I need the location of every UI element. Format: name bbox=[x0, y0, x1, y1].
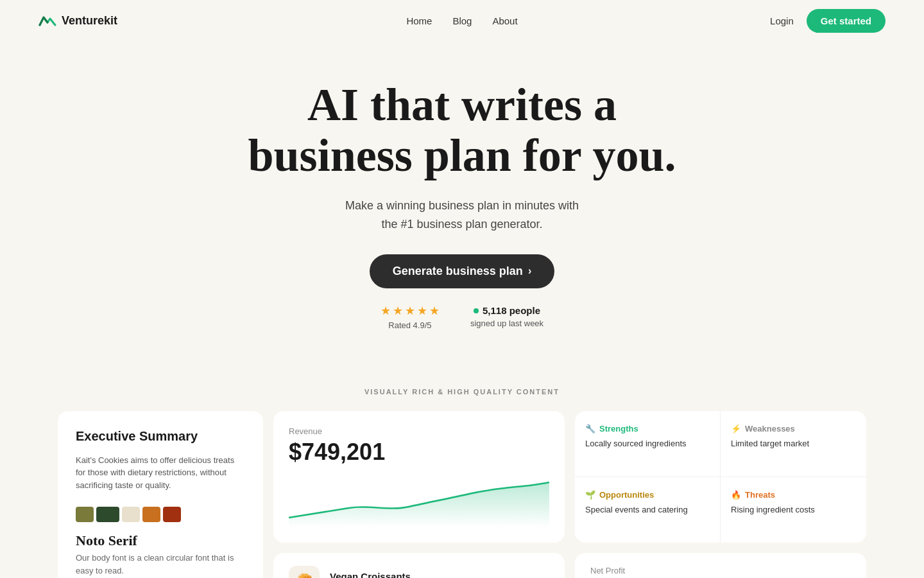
nav-links: Home Blog About bbox=[406, 15, 517, 26]
swatch-5 bbox=[163, 507, 181, 522]
rating-label: Rated 4.9/5 bbox=[388, 320, 431, 330]
revenue-amount: $749,201 bbox=[289, 439, 549, 466]
product-icon: 🥐 bbox=[296, 573, 313, 578]
signups-count: 5,118 people bbox=[483, 305, 540, 316]
swot-opportunities: 🌱 Opportunities Special events and cater… bbox=[575, 477, 721, 543]
threats-label: Threats bbox=[745, 490, 775, 500]
headline-line1: AI that writes a bbox=[307, 79, 617, 130]
nav-blog[interactable]: Blog bbox=[452, 15, 472, 26]
swot-strengths: 🔧 Strengths Locally sourced ingredients bbox=[575, 411, 721, 477]
logo-icon bbox=[38, 13, 56, 28]
generate-arrow: › bbox=[528, 265, 531, 277]
swot-threats: 🔥 Threats Rising ingredient costs bbox=[721, 477, 866, 543]
logo[interactable]: Venturekit bbox=[38, 13, 117, 28]
star-2: ★ bbox=[393, 304, 403, 318]
opportunities-title: 🌱 Opportunities bbox=[585, 490, 710, 500]
strengths-value: Locally sourced ingredients bbox=[585, 439, 710, 448]
revenue-label: Revenue bbox=[289, 426, 549, 436]
section-label: VISUALLY RICH & HIGH QUALITY CONTENT bbox=[0, 388, 924, 396]
headline-line2: business plan for you. bbox=[248, 130, 676, 181]
hero-section: AI that writes a business plan for you. … bbox=[0, 41, 924, 356]
signups-label: signed up last week bbox=[470, 319, 543, 328]
strengths-title: 🔧 Strengths bbox=[585, 424, 710, 434]
revenue-card: Revenue $749,201 bbox=[273, 411, 565, 543]
exec-summary-card: Executive Summary Kait's Cookies aims to… bbox=[58, 411, 263, 578]
exec-title: Executive Summary bbox=[76, 429, 245, 444]
color-swatches bbox=[76, 507, 245, 522]
swatch-3 bbox=[122, 507, 140, 522]
generate-label: Generate business plan bbox=[393, 265, 523, 278]
swatch-1 bbox=[76, 507, 94, 522]
weaknesses-title: ⚡ Weaknesses bbox=[731, 424, 856, 434]
swot-card: 🔧 Strengths Locally sourced ingredients … bbox=[575, 411, 866, 543]
green-dot-icon bbox=[474, 308, 479, 313]
revenue-chart bbox=[289, 476, 549, 527]
star-5: ★ bbox=[429, 304, 440, 318]
nav-home[interactable]: Home bbox=[406, 15, 432, 26]
weaknesses-value: Limited target market bbox=[731, 439, 856, 448]
hero-stats: ★ ★ ★ ★ ★ Rated 4.9/5 5,118 people signe… bbox=[13, 304, 911, 330]
cards-grid: Executive Summary Kait's Cookies aims to… bbox=[19, 411, 905, 578]
generate-button[interactable]: Generate business plan › bbox=[370, 254, 554, 288]
swatch-2 bbox=[96, 507, 119, 522]
exec-body: Kait's Cookies aims to offer delicious t… bbox=[76, 454, 245, 492]
star-rating: ★ ★ ★ ★ ★ bbox=[381, 304, 440, 318]
strengths-icon: 🔧 bbox=[585, 424, 595, 434]
threats-title: 🔥 Threats bbox=[731, 490, 856, 500]
logo-text: Venturekit bbox=[62, 14, 117, 28]
font-name: Noto Serif bbox=[76, 532, 245, 549]
opportunities-value: Special events and catering bbox=[585, 505, 710, 514]
stat-signups: 5,118 people signed up last week bbox=[470, 305, 543, 328]
nav-about[interactable]: About bbox=[492, 15, 517, 26]
netprofit-label: Net Profit bbox=[590, 566, 851, 575]
swot-weaknesses: ⚡ Weaknesses Limited target market bbox=[721, 411, 866, 477]
netprofit-card: Net Profit bbox=[575, 553, 866, 578]
product-icon-wrap: 🥐 bbox=[289, 566, 320, 578]
opportunities-label: Opportunities bbox=[599, 490, 654, 500]
font-section: Noto Serif Our body font is a clean circ… bbox=[76, 532, 245, 577]
hero-headline: AI that writes a business plan for you. bbox=[205, 80, 719, 181]
get-started-button[interactable]: Get started bbox=[807, 9, 886, 33]
signups-top: 5,118 people bbox=[474, 305, 540, 316]
product-card: 🥐 Vegan Croissants With fine vegan butte… bbox=[273, 553, 565, 578]
star-4: ★ bbox=[417, 304, 427, 318]
product-name: Vegan Croissants bbox=[330, 571, 411, 578]
nav-right: Login Get started bbox=[770, 9, 886, 33]
strengths-label: Strengths bbox=[599, 424, 638, 434]
swot-grid: 🔧 Strengths Locally sourced ingredients … bbox=[575, 411, 866, 543]
hero-subtext: Make a winning business plan in minutes … bbox=[13, 197, 911, 234]
threats-icon: 🔥 bbox=[731, 490, 741, 500]
weaknesses-label: Weaknesses bbox=[745, 424, 795, 434]
weaknesses-icon: ⚡ bbox=[731, 424, 741, 434]
swatch-4 bbox=[142, 507, 160, 522]
star-3: ★ bbox=[405, 304, 415, 318]
stat-rating: ★ ★ ★ ★ ★ Rated 4.9/5 bbox=[381, 304, 440, 330]
product-info: Vegan Croissants With fine vegan butter bbox=[330, 571, 411, 578]
star-1: ★ bbox=[381, 304, 391, 318]
login-link[interactable]: Login bbox=[770, 15, 794, 26]
opportunities-icon: 🌱 bbox=[585, 490, 595, 500]
navbar: Venturekit Home Blog About Login Get sta… bbox=[0, 0, 924, 41]
font-description: Our body font is a clean circular font t… bbox=[76, 552, 245, 577]
threats-value: Rising ingredient costs bbox=[731, 505, 856, 514]
